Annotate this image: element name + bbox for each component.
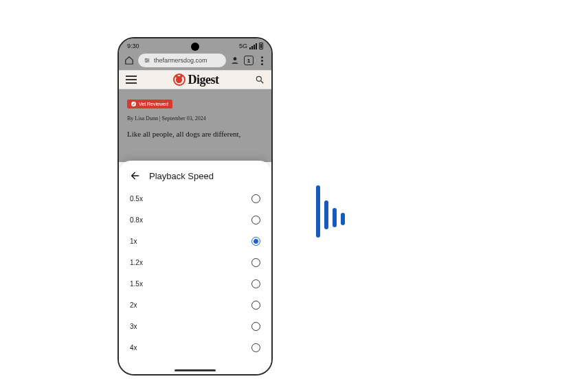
radio-icon xyxy=(251,216,260,224)
sound-wave-graphic xyxy=(316,185,345,238)
account-icon[interactable] xyxy=(230,56,240,65)
speed-option[interactable]: 3x xyxy=(130,316,260,337)
status-time: 9:30 xyxy=(127,43,139,49)
svg-point-4 xyxy=(256,76,261,81)
speed-options-list: 0.5x0.8x1x1.2x1.5x2x3x4x xyxy=(119,188,271,374)
gesture-bar xyxy=(175,369,216,371)
svg-point-0 xyxy=(146,58,147,60)
speed-option[interactable]: 1x xyxy=(130,231,260,252)
playback-speed-sheet: Playback Speed 0.5x0.8x1x1.2x1.5x2x3x4x xyxy=(119,161,271,374)
speed-option[interactable]: 0.5x xyxy=(130,188,260,209)
camera-hole xyxy=(191,43,199,51)
speed-option-label: 3x xyxy=(130,323,137,330)
home-icon[interactable] xyxy=(124,56,134,65)
tab-switcher[interactable]: 1 xyxy=(244,56,254,65)
browser-toolbar: thefarmersdog.com 1 xyxy=(119,51,271,70)
url-text: thefarmersdog.com xyxy=(154,57,207,64)
back-arrow-icon[interactable] xyxy=(130,170,141,181)
speed-option[interactable]: 2x xyxy=(130,295,260,316)
article-body: Like all people, all dogs are different, xyxy=(127,128,263,140)
address-bar[interactable]: thefarmersdog.com xyxy=(138,54,226,67)
radio-icon xyxy=(251,194,260,203)
status-network: 5G xyxy=(239,43,247,49)
svg-point-2 xyxy=(146,61,147,62)
phone-frame: 9:30 5G thefarmersdog.com 1 Digest xyxy=(117,37,273,376)
speed-option-label: 1.5x xyxy=(130,280,143,288)
speed-option-label: 1x xyxy=(130,238,137,245)
check-icon: ✓ xyxy=(131,102,136,106)
speed-option-label: 0.5x xyxy=(130,195,143,203)
speed-option[interactable]: 4x xyxy=(130,337,260,358)
speed-option-label: 0.8x xyxy=(130,216,143,224)
signal-icon xyxy=(249,43,257,49)
vet-reviewed-badge: ✓ Vet Reviewed xyxy=(127,100,172,108)
radio-icon xyxy=(251,279,260,288)
radio-icon xyxy=(251,237,260,246)
svg-line-5 xyxy=(261,81,264,84)
tune-icon xyxy=(144,57,150,64)
overflow-menu-icon[interactable] xyxy=(258,56,266,65)
radio-icon xyxy=(251,258,260,267)
radio-icon xyxy=(251,322,260,331)
speed-option[interactable]: 1.2x xyxy=(130,252,260,273)
article-content: ✓ Vet Reviewed By Lisa Dunn | September … xyxy=(119,89,271,140)
speed-option-label: 4x xyxy=(130,344,137,351)
hamburger-icon[interactable] xyxy=(126,76,137,84)
battery-icon xyxy=(259,43,263,49)
radio-icon xyxy=(251,301,260,310)
speed-option[interactable]: 1.5x xyxy=(130,273,260,295)
search-icon[interactable] xyxy=(255,75,265,84)
speed-option-label: 2x xyxy=(130,301,137,309)
speed-option-label: 1.2x xyxy=(130,259,143,266)
site-brand[interactable]: Digest xyxy=(173,73,219,87)
speed-option[interactable]: 0.8x xyxy=(130,209,260,231)
svg-point-1 xyxy=(148,60,149,61)
site-header: Digest xyxy=(119,70,271,89)
brand-name: Digest xyxy=(188,73,219,87)
brand-logo-icon xyxy=(173,73,186,86)
article-byline: By Lisa Dunn | September 03, 2024 xyxy=(127,115,263,122)
radio-icon xyxy=(251,343,260,352)
sheet-title: Playback Speed xyxy=(149,171,214,181)
svg-point-3 xyxy=(234,57,237,60)
